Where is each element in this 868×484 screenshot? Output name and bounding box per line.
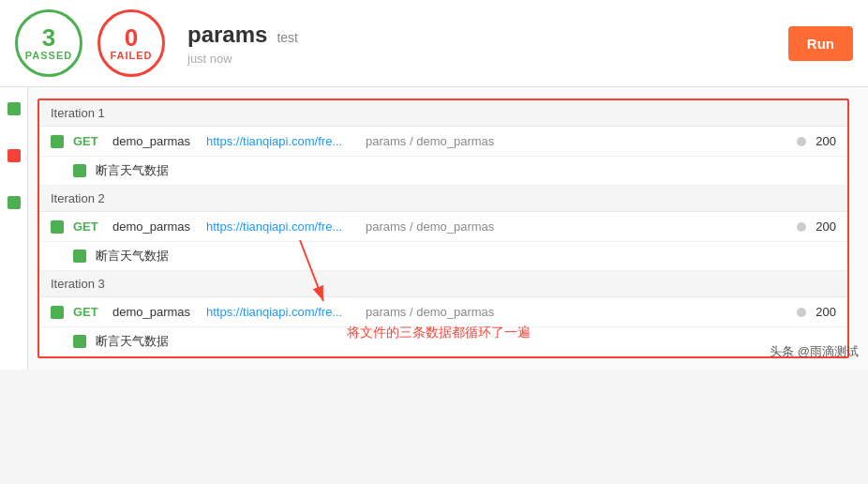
request-path: params / demo_parmas <box>366 305 787 319</box>
assert-text: 断言天气数据 <box>96 248 169 265</box>
failed-count: 0 <box>125 25 138 50</box>
status-dot <box>797 308 806 317</box>
request-url: https://tianqiapi.com/fre... <box>206 134 356 148</box>
status-code: 200 <box>816 134 836 148</box>
collection-tag: test <box>277 30 298 45</box>
iteration-3: Iteration 3 GET demo_parmas https://tian… <box>39 271 847 356</box>
iteration-2: Iteration 2 GET demo_parmas https://tian… <box>39 186 847 271</box>
assert-icon-green <box>73 164 86 177</box>
table-row: GET demo_parmas https://tianqiapi.com/fr… <box>39 127 847 157</box>
passed-badge: 3 PASSED <box>15 9 82 77</box>
content-area: Iteration 1 GET demo_parmas https://tian… <box>0 87 868 370</box>
iteration-3-header: Iteration 3 <box>39 271 847 297</box>
assert-icon-green <box>73 335 86 348</box>
request-path: params / demo_parmas <box>366 219 787 234</box>
request-path: params / demo_parmas <box>366 134 787 148</box>
assert-text: 断言天气数据 <box>96 333 169 350</box>
watermark: 头条 @雨滴测试 <box>770 343 859 360</box>
method-label: GET <box>73 134 103 148</box>
assert-row: 断言天气数据 <box>39 157 847 186</box>
table-row: GET demo_parmas https://tianqiapi.com/fr… <box>39 297 847 327</box>
status-icon-green <box>51 306 64 319</box>
status-dot <box>797 222 806 232</box>
request-name: demo_parmas <box>112 305 197 319</box>
run-time: just now <box>187 52 298 66</box>
failed-label: FAILED <box>110 50 152 61</box>
iteration-1: Iteration 1 GET demo_parmas https://tian… <box>39 100 847 186</box>
annotation-text: 将文件的三条数据都循环了一遍 <box>347 325 531 341</box>
request-name: demo_parmas <box>112 219 197 234</box>
status-icon-green <box>51 220 64 234</box>
header: 3 PASSED 0 FAILED params test just now R… <box>0 0 868 87</box>
status-code: 200 <box>816 219 836 234</box>
run-button[interactable]: Run <box>788 26 853 61</box>
title-area: params test just now <box>187 22 298 66</box>
status-code: 200 <box>816 305 836 319</box>
iteration-2-header: Iteration 2 <box>39 186 847 212</box>
iteration-1-header: Iteration 1 <box>39 100 847 127</box>
assert-text: 断言天气数据 <box>96 162 169 179</box>
sidebar-icon-red-1 <box>7 149 21 162</box>
iteration-box: Iteration 1 GET demo_parmas https://tian… <box>37 98 849 358</box>
sidebar-icons <box>0 87 28 370</box>
assert-icon-green <box>73 250 86 263</box>
main-content: Iteration 1 GET demo_parmas https://tian… <box>28 87 868 370</box>
method-label: GET <box>73 219 103 234</box>
request-url: https://tianqiapi.com/fre... <box>206 219 356 234</box>
failed-badge: 0 FAILED <box>97 9 165 77</box>
passed-label: PASSED <box>25 50 72 61</box>
sidebar-icon-green-2 <box>7 196 21 209</box>
passed-count: 3 <box>42 25 55 50</box>
request-url: https://tianqiapi.com/fre... <box>206 305 356 319</box>
request-name: demo_parmas <box>112 134 197 148</box>
method-label: GET <box>73 305 103 319</box>
table-row: GET demo_parmas https://tianqiapi.com/fr… <box>39 212 847 242</box>
status-icon-green <box>51 135 64 148</box>
status-dot <box>797 137 806 146</box>
sidebar-icon-green-1 <box>7 102 21 115</box>
collection-title: params <box>187 22 267 48</box>
assert-row: 断言天气数据 <box>39 242 847 271</box>
